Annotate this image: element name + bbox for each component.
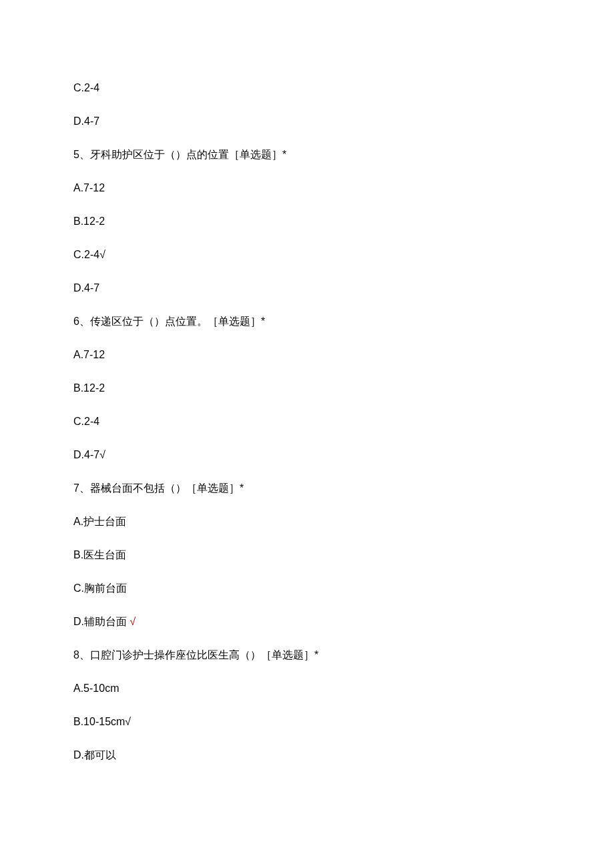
question-7: 7、器械台面不包括（）［单选题］* bbox=[73, 480, 541, 496]
question-8: 8、口腔门诊护士操作座位比医生高（）［单选题］* bbox=[73, 647, 541, 663]
option-c: C.2-4 bbox=[73, 414, 541, 430]
question-6: 6、传递区位于（）点位置。［单选题］* bbox=[73, 314, 541, 330]
option-b: B.12-2 bbox=[73, 213, 541, 230]
option-a: A.7-12 bbox=[73, 347, 541, 363]
option-b: B.12-2 bbox=[73, 380, 541, 396]
option-d: D.4-7√ bbox=[73, 447, 541, 463]
question-5: 5、牙科助护区位于（）点的位置［单选题］* bbox=[73, 147, 541, 163]
option-d: D.4-7 bbox=[73, 280, 541, 296]
option-a: A.7-12 bbox=[73, 180, 541, 196]
option-c: C.2-4√ bbox=[73, 247, 541, 263]
option-b: B.10-15cm√ bbox=[73, 714, 541, 730]
check-mark: √ bbox=[129, 616, 135, 627]
option-a: A.护士台面 bbox=[73, 514, 541, 530]
option-d: D.辅助台面 √ bbox=[73, 614, 541, 630]
option-a: A.5-10cm bbox=[73, 681, 541, 697]
option-d-text: D.辅助台面 bbox=[73, 616, 129, 627]
text-line: C.2-4 bbox=[73, 80, 541, 96]
option-b: B.医生台面 bbox=[73, 547, 541, 563]
option-c: C.胸前台面 bbox=[73, 580, 541, 596]
option-d: D.都可以 bbox=[73, 747, 541, 763]
text-line: D.4-7 bbox=[73, 113, 541, 129]
